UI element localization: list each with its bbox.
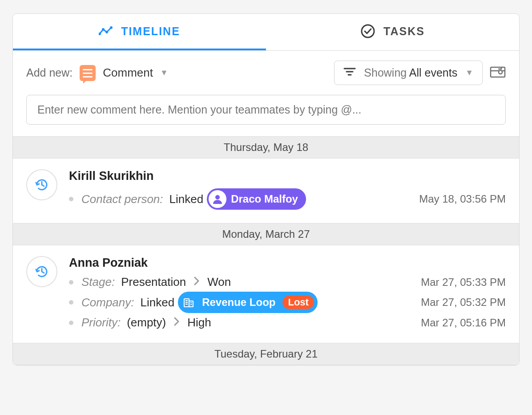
timeline-entry: Kirill Skurikhin Contact person: Linked … <box>13 159 519 223</box>
tasks-icon <box>360 24 375 39</box>
change-action: Linked <box>141 296 175 309</box>
settings-icon[interactable] <box>490 65 506 81</box>
change-field: Stage: <box>81 275 115 289</box>
linked-pill[interactable]: Revenue Loop Lost <box>178 292 318 313</box>
timestamp: Mar 27, 05:33 PM <box>413 276 506 289</box>
change-from: Presentation <box>121 275 186 289</box>
linked-pill[interactable]: Draco Malfoy <box>207 188 306 210</box>
addnew-type: Comment <box>103 66 153 80</box>
pill-label: Draco Malfoy <box>231 193 298 205</box>
change-field: Contact person: <box>81 192 163 206</box>
controls-row: Add new: Comment ▼ Showing All events <box>13 51 519 95</box>
comment-icon <box>80 65 96 81</box>
chevron-right-icon <box>193 275 200 289</box>
tab-bar: TIMELINE TASKS <box>13 14 519 51</box>
change-from: (empty) <box>127 316 166 330</box>
svg-point-10 <box>499 70 502 74</box>
svg-point-3 <box>110 26 113 29</box>
chevron-right-icon <box>173 316 180 330</box>
date-separator: Monday, March 27 <box>13 223 519 245</box>
timeline-entry: Anna Pozniak Stage: Presentation WonMar … <box>13 245 519 343</box>
svg-rect-14 <box>189 301 193 307</box>
change-row: Priority: (empty) HighMar 27, 05:16 PM <box>69 316 506 330</box>
change-to: High <box>187 316 211 330</box>
company-icon <box>180 293 197 311</box>
addnew-selector[interactable]: Comment ▼ <box>80 65 168 81</box>
timestamp: Mar 27, 05:16 PM <box>413 317 506 329</box>
entry-author: Kirill Skurikhin <box>69 169 506 183</box>
history-icon <box>26 256 57 287</box>
change-field: Priority: <box>81 316 121 330</box>
bullet-icon <box>69 321 73 325</box>
svg-point-2 <box>105 31 108 33</box>
svg-point-12 <box>215 195 220 199</box>
timeline-icon <box>99 26 113 37</box>
tab-timeline[interactable]: TIMELINE <box>13 14 266 50</box>
change-to: Won <box>207 275 231 289</box>
pill-label: Revenue Loop <box>202 296 275 309</box>
change-row: Contact person: Linked Draco Malfoy May … <box>69 188 506 210</box>
timestamp: Mar 27, 05:32 PM <box>413 296 506 309</box>
change-action: Linked <box>169 192 204 206</box>
tab-tasks-label: TASKS <box>383 25 425 38</box>
comment-input[interactable] <box>26 95 506 125</box>
date-separator: Tuesday, February 21 <box>13 343 519 365</box>
history-icon <box>26 169 57 200</box>
status-badge: Lost <box>282 296 314 309</box>
filter-showing-label: Showing <box>364 66 407 79</box>
tab-timeline-label: TIMELINE <box>121 25 180 38</box>
addnew-label: Add new: <box>26 66 73 79</box>
filter-dropdown[interactable]: Showing All events ▼ <box>334 61 483 85</box>
tab-tasks[interactable]: TASKS <box>266 14 519 50</box>
date-separator: Thursday, May 18 <box>13 136 519 159</box>
svg-point-4 <box>362 25 374 37</box>
comment-input-wrap <box>13 95 519 136</box>
change-field: Company: <box>81 296 134 309</box>
entry-author: Anna Pozniak <box>69 256 506 270</box>
change-row: Stage: Presentation WonMar 27, 05:33 PM <box>69 275 506 289</box>
change-row: Company: Linked Revenue Loop Lost Mar 27… <box>69 292 506 313</box>
bullet-icon <box>69 197 73 201</box>
bullet-icon <box>69 280 73 285</box>
person-icon <box>209 190 226 208</box>
chevron-down-icon: ▼ <box>160 68 168 77</box>
bullet-icon <box>69 300 73 305</box>
svg-point-1 <box>102 28 105 31</box>
filter-icon <box>343 66 356 79</box>
timeline-card: TIMELINE TASKS Add new: Comment ▼ <box>12 13 520 366</box>
timestamp: May 18, 03:56 PM <box>411 193 506 205</box>
filter-value: All events <box>409 66 457 79</box>
chevron-down-icon: ▼ <box>465 68 473 77</box>
